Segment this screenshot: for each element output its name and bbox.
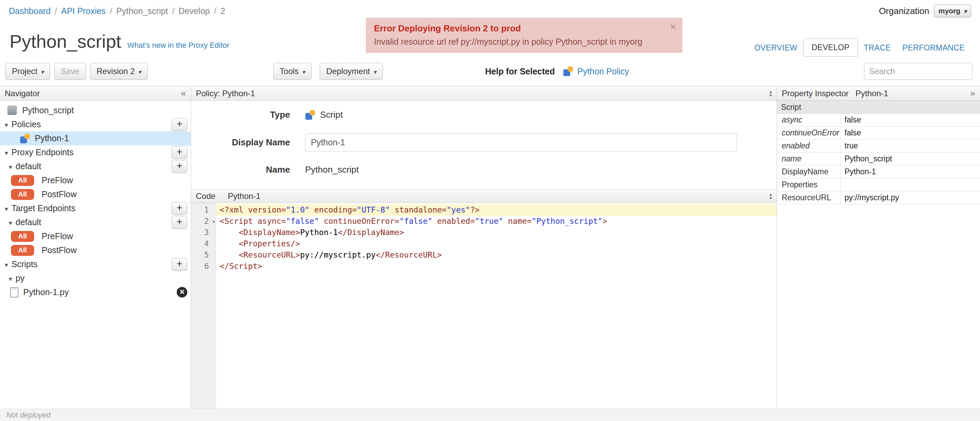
caret-down-icon[interactable] bbox=[5, 203, 8, 213]
caret-down-icon[interactable] bbox=[9, 273, 12, 283]
property-row: DisplayNamePython-1 bbox=[777, 165, 980, 178]
add-target-flow-button[interactable] bbox=[172, 216, 187, 229]
property-value[interactable] bbox=[840, 178, 980, 191]
collapse-panel-icon[interactable] bbox=[970, 88, 975, 98]
nav-item-label: Python-1.py bbox=[23, 287, 68, 297]
property-value[interactable]: Python_script bbox=[840, 153, 980, 165]
tools-button[interactable]: Tools bbox=[273, 63, 312, 80]
organization-value: myorg bbox=[939, 7, 960, 15]
nav-item-proxy-root[interactable]: Python_script bbox=[0, 103, 191, 118]
nav-section-proxy-endpoints[interactable]: Proxy Endpoints bbox=[0, 145, 191, 159]
caret-down-icon[interactable] bbox=[5, 119, 8, 129]
tools-button-label: Tools bbox=[280, 67, 299, 76]
python-policy-icon bbox=[563, 66, 573, 76]
close-icon[interactable] bbox=[670, 21, 676, 33]
top-bar: Dashboard / API Proxies / Python_script … bbox=[0, 0, 980, 18]
code-token: </Script> bbox=[220, 262, 262, 270]
breadcrumb-revision: 2 bbox=[220, 6, 225, 16]
nav-item-proxy-postflow[interactable]: All PostFlow bbox=[0, 187, 191, 201]
tab-performance[interactable]: PERFORMANCE bbox=[897, 39, 970, 57]
tab-overview[interactable]: OVERVIEW bbox=[749, 39, 803, 57]
add-script-button[interactable] bbox=[172, 258, 187, 271]
code-line: 1<?xml version="1.0" encoding="UTF-8" st… bbox=[191, 204, 776, 216]
nav-item-py-folder[interactable]: py bbox=[0, 271, 191, 285]
add-proxy-flow-button[interactable] bbox=[172, 160, 187, 173]
code-token: <Script async= bbox=[220, 217, 286, 226]
name-label: Name bbox=[191, 164, 290, 175]
tab-develop[interactable]: DEVELOP bbox=[803, 38, 858, 57]
caret-down-icon[interactable] bbox=[5, 259, 8, 269]
nav-item-script-file[interactable]: Python-1.py bbox=[0, 285, 191, 299]
nav-section-target-endpoints[interactable]: Target Endpoints bbox=[0, 201, 191, 215]
nav-item-proxy-preflow[interactable]: All PreFlow bbox=[0, 173, 191, 187]
breadcrumb-separator: / bbox=[55, 6, 57, 16]
code-token bbox=[220, 250, 239, 259]
policy-panel-header: Policy: Python-1 bbox=[191, 86, 776, 101]
property-value[interactable]: Python-1 bbox=[840, 165, 980, 178]
fold-arrow-icon[interactable]: ▾ bbox=[212, 216, 215, 227]
property-value[interactable]: py://myscript.py bbox=[840, 191, 980, 204]
tab-trace[interactable]: TRACE bbox=[858, 39, 896, 57]
nav-item-label: PreFlow bbox=[41, 231, 73, 241]
chevron-down-icon bbox=[373, 67, 376, 76]
nav-section-scripts[interactable]: Scripts bbox=[0, 257, 191, 271]
organization-dropdown[interactable]: myorg bbox=[934, 5, 971, 17]
nav-item-policy-python-1[interactable]: Python-1 bbox=[0, 131, 191, 145]
type-label: Type bbox=[191, 110, 290, 120]
display-name-input[interactable] bbox=[305, 133, 737, 151]
code-line: 2▾<Script async="false" continueOnError=… bbox=[191, 216, 776, 227]
nav-item-target-default[interactable]: default bbox=[0, 215, 191, 229]
collapse-expand-icon[interactable] bbox=[770, 90, 772, 97]
property-value[interactable]: false bbox=[840, 127, 980, 139]
property-inspector-panel: Property Inspector Python-1 Script async… bbox=[776, 86, 980, 409]
chevron-down-icon bbox=[138, 67, 141, 76]
breadcrumb-api-proxies[interactable]: API Proxies bbox=[61, 6, 106, 16]
nav-item-proxy-default[interactable]: default bbox=[0, 159, 191, 173]
collapse-panel-icon[interactable] bbox=[181, 88, 186, 98]
caret-down-icon[interactable] bbox=[9, 161, 12, 171]
code-token: continueOnError= bbox=[319, 217, 399, 226]
breadcrumb-dashboard[interactable]: Dashboard bbox=[9, 6, 51, 16]
property-value[interactable]: false bbox=[840, 114, 980, 126]
python-policy-help-link[interactable]: Python Policy bbox=[578, 67, 629, 76]
proxy-icon bbox=[8, 106, 17, 115]
deployment-button[interactable]: Deployment bbox=[320, 63, 383, 80]
search-input[interactable] bbox=[864, 63, 972, 80]
whats-new-link[interactable]: What's new in the Proxy Editor bbox=[127, 41, 229, 50]
project-button[interactable]: Project bbox=[5, 63, 50, 80]
code-text: <?xml version="1.0" encoding="UTF-8" sta… bbox=[216, 204, 776, 216]
breadcrumb: Dashboard / API Proxies / Python_script … bbox=[9, 6, 225, 16]
property-row: enabledtrue bbox=[777, 140, 980, 153]
nav-section-label: Proxy Endpoints bbox=[11, 148, 74, 157]
navigator-title: Navigator bbox=[5, 89, 40, 98]
property-row: asyncfalse bbox=[777, 114, 980, 127]
property-key: Properties bbox=[777, 178, 840, 191]
property-value[interactable]: true bbox=[840, 140, 980, 152]
collapse-expand-icon[interactable] bbox=[770, 192, 772, 200]
nav-section-label: Scripts bbox=[11, 259, 38, 269]
code-token: </DisplayName> bbox=[338, 228, 404, 237]
caret-down-icon[interactable] bbox=[5, 148, 8, 157]
breadcrumb-separator: / bbox=[214, 6, 216, 16]
caret-down-icon[interactable] bbox=[9, 217, 12, 227]
add-proxy-endpoint-button[interactable] bbox=[172, 146, 187, 159]
nav-item-target-preflow[interactable]: All PreFlow bbox=[0, 229, 191, 243]
property-inspector-header: Property Inspector Python-1 bbox=[777, 86, 980, 101]
code-token: "true" bbox=[475, 217, 503, 226]
code-token: <ResourceURL> bbox=[239, 250, 300, 259]
nav-item-label: Python-1 bbox=[35, 133, 69, 143]
nav-item-target-postflow[interactable]: All PostFlow bbox=[0, 243, 191, 257]
delete-script-icon[interactable] bbox=[177, 287, 187, 297]
save-button[interactable]: Save bbox=[54, 63, 86, 80]
code-file-name: Python-1 bbox=[228, 191, 260, 201]
navigator-panel: Navigator Python_script Policies Python-… bbox=[0, 86, 191, 409]
property-inspector-title: Property Inspector bbox=[782, 89, 849, 98]
revision-button[interactable]: Revision 2 bbox=[90, 63, 148, 80]
add-target-endpoint-button[interactable] bbox=[172, 202, 187, 215]
property-key: ResourceURL bbox=[777, 191, 840, 204]
title-group: Python_script What's new in the Proxy Ed… bbox=[10, 31, 229, 57]
add-policy-button[interactable] bbox=[172, 118, 187, 131]
code-editor[interactable]: 1<?xml version="1.0" encoding="UTF-8" st… bbox=[191, 203, 776, 409]
nav-section-policies[interactable]: Policies bbox=[0, 118, 191, 131]
policy-editor-panel: Policy: Python-1 Type Script Display Nam… bbox=[191, 86, 776, 409]
